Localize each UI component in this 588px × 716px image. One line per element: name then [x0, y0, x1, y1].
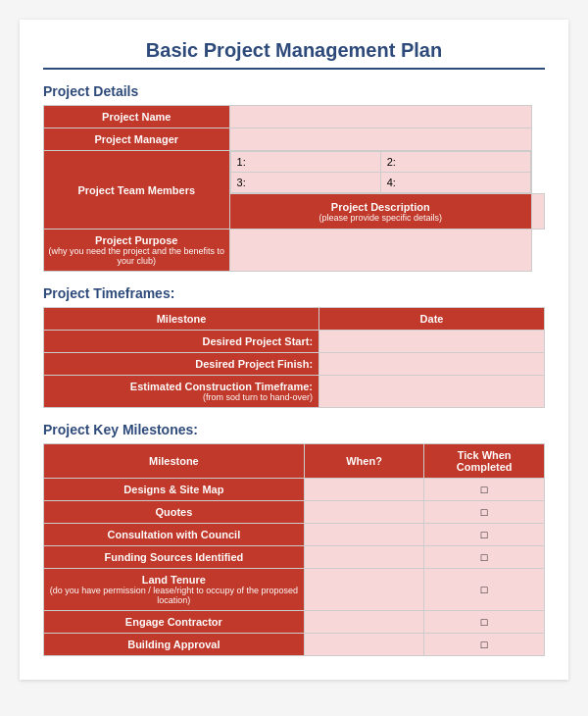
project-name-value[interactable]	[229, 106, 531, 128]
project-manager-label: Project Manager	[44, 128, 230, 151]
project-details-table: Project Name Project Manager Project Tea…	[43, 105, 545, 272]
table-row: Quotes □	[44, 501, 545, 524]
project-finish-value[interactable]	[319, 353, 545, 376]
table-row: 1: 2:	[230, 152, 530, 173]
milestone-building-tick[interactable]: □	[424, 634, 545, 656]
project-start-value[interactable]	[319, 331, 545, 353]
team-members-inner: 1: 2: 3: 4:	[230, 151, 531, 193]
table-header-row: Milestone When? Tick When Completed	[44, 444, 545, 479]
team-1-label: 1:	[230, 152, 380, 173]
table-row: Desired Project Start:	[44, 331, 545, 353]
team-2-label: 2:	[380, 152, 530, 173]
milestone-designs-label: Designs & Site Map	[44, 479, 305, 501]
project-description-value[interactable]	[531, 194, 544, 230]
project-finish-label: Desired Project Finish:	[44, 353, 319, 376]
when-header: When?	[304, 444, 424, 479]
timeframe-date-header: Date	[319, 308, 545, 331]
milestones-table: Milestone When? Tick When Completed Desi…	[43, 443, 545, 656]
table-row: Desired Project Finish:	[44, 353, 545, 376]
milestone-contractor-tick[interactable]: □	[424, 611, 545, 634]
milestone-building-label: Building Approval	[44, 634, 305, 656]
table-row: Land Tenure (do you have permission / le…	[44, 569, 545, 611]
milestone-consultation-label: Consultation with Council	[44, 524, 305, 546]
milestone-consultation-when[interactable]	[304, 524, 424, 546]
milestone-consultation-tick[interactable]: □	[424, 524, 545, 546]
section-project-details: Project Details	[43, 83, 545, 99]
milestone-header: Milestone	[44, 444, 305, 479]
table-row: Building Approval □	[44, 634, 545, 656]
table-row: Project Manager	[44, 128, 545, 151]
milestone-land-tick[interactable]: □	[424, 569, 545, 611]
team-4-label: 4:	[380, 173, 530, 193]
milestone-funding-when[interactable]	[304, 546, 424, 569]
page-title: Basic Project Management Plan	[43, 39, 545, 70]
project-description-sublabel: (please provide specific details)	[234, 213, 527, 223]
section-milestones: Project Key Milestones:	[43, 422, 545, 437]
milestone-land-when[interactable]	[304, 569, 424, 611]
construction-sublabel: (from sod turn to hand-over)	[50, 392, 313, 402]
milestone-funding-label: Funding Sources Identified	[44, 546, 305, 569]
table-row: Consultation with Council □	[44, 524, 545, 546]
milestone-designs-when[interactable]	[304, 479, 424, 501]
milestone-quotes-when[interactable]	[304, 501, 424, 524]
milestone-quotes-label: Quotes	[44, 501, 305, 524]
table-row: Engage Contractor □	[44, 611, 545, 634]
team-3-label: 3:	[230, 173, 380, 193]
table-row: Designs & Site Map □	[44, 479, 545, 501]
project-purpose-value[interactable]	[229, 230, 531, 272]
table-row: Funding Sources Identified □	[44, 546, 545, 569]
project-name-label: Project Name	[44, 106, 230, 128]
milestone-land-sublabel: (do you have permission / lease/right to…	[48, 586, 300, 605]
milestone-building-when[interactable]	[304, 634, 424, 656]
page-container: Basic Project Management Plan Project De…	[20, 20, 568, 680]
project-manager-value[interactable]	[229, 128, 531, 151]
section-timeframes: Project Timeframes:	[43, 285, 545, 301]
milestone-contractor-when[interactable]	[304, 611, 424, 634]
project-purpose-label: Project Purpose (why you need the projec…	[44, 230, 230, 272]
construction-timeframe-value[interactable]	[319, 376, 545, 408]
project-start-label: Desired Project Start:	[44, 331, 319, 353]
timeframes-table: Milestone Date Desired Project Start: De…	[43, 307, 545, 408]
project-purpose-sublabel: (why you need the project and the benefi…	[48, 246, 225, 266]
table-row: Project Team Members 1: 2: 3: 4:	[44, 151, 545, 194]
table-row: Project Name	[44, 106, 545, 128]
project-team-label: Project Team Members	[44, 151, 230, 230]
milestone-quotes-tick[interactable]: □	[424, 501, 545, 524]
milestone-designs-tick[interactable]: □	[424, 479, 545, 501]
table-header-row: Milestone Date	[44, 308, 545, 331]
table-row: 3: 4:	[230, 173, 530, 193]
milestone-contractor-label: Engage Contractor	[44, 611, 305, 634]
project-description-label: Project Description (please provide spec…	[229, 194, 531, 230]
table-row: Project Purpose (why you need the projec…	[44, 230, 545, 272]
timeframe-milestone-header: Milestone	[44, 308, 319, 331]
milestone-land-label: Land Tenure (do you have permission / le…	[44, 569, 305, 611]
tick-header: Tick When Completed	[424, 444, 545, 479]
construction-timeframe-label: Estimated Construction Timeframe: (from …	[44, 376, 319, 408]
table-row: Estimated Construction Timeframe: (from …	[44, 376, 545, 408]
milestone-funding-tick[interactable]: □	[424, 546, 545, 569]
